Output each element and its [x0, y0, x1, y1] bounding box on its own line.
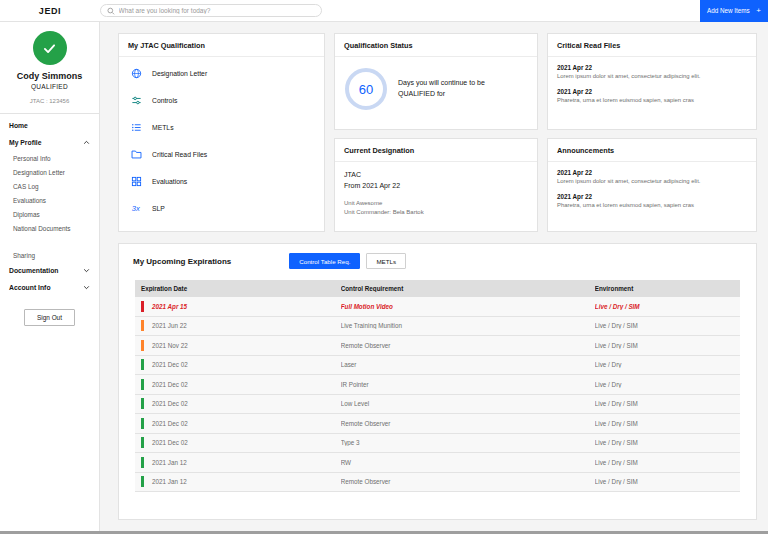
read-file-entry[interactable]: 2021 Apr 22 Pharetra, urna et lorem euis…	[557, 88, 747, 105]
jtac-qualification-card: My JTAC Qualification Designation Letter	[118, 33, 325, 232]
announcement-entry[interactable]: 2021 Apr 22 Lorem ipsum dolor sit amet, …	[557, 169, 747, 186]
entry-date: 2021 Apr 22	[557, 193, 747, 200]
expirations-tab[interactable]: METLs	[366, 253, 406, 269]
expiration-date: 2021 Dec 02	[152, 361, 188, 368]
qual-item-slp[interactable]: 3x SLP	[119, 195, 324, 222]
environment-cell: Live / Dry / SIM	[595, 303, 740, 310]
search-box[interactable]	[100, 4, 322, 17]
sidebar-subitem[interactable]: CAS Log	[0, 179, 99, 193]
table-row[interactable]: 2021 Dec 02 Low Level Live / Dry / SIM	[135, 395, 740, 415]
severity-indicator	[141, 320, 144, 331]
qual-item-label: Critical Read Files	[152, 151, 207, 158]
announcements-card: Announcements 2021 Apr 22 Lorem ipsum do…	[547, 138, 757, 232]
severity-indicator	[141, 301, 144, 312]
sidebar-item-sharing[interactable]: Sharing	[0, 248, 99, 262]
expiration-date: 2021 Dec 02	[152, 400, 188, 407]
sliders-icon	[131, 95, 142, 106]
environment-cell: Live / Dry / SIM	[595, 322, 740, 329]
sidebar-divider	[0, 113, 99, 114]
sidebar: Cody Simmons QUALIFIED JTAC : 123456 Hom…	[0, 22, 100, 531]
expirations-tab[interactable]: Control Table Req.	[289, 253, 360, 269]
sidebar-item-documentation[interactable]: Documentation	[0, 262, 99, 279]
sidebar-item-account-info[interactable]: Account Info	[0, 279, 99, 296]
expirations-title: My Upcoming Expirations	[133, 257, 231, 266]
folder-icon	[131, 149, 142, 160]
entry-text: Lorem ipsum dolor sit amet, consectetur …	[557, 73, 747, 81]
plus-icon: +	[756, 7, 761, 15]
expiration-date-cell: 2021 Dec 02	[135, 437, 341, 448]
chevron-up-icon	[83, 140, 90, 145]
expiration-date: 2021 Dec 02	[152, 381, 188, 388]
read-file-entry[interactable]: 2021 Apr 22 Lorem ipsum dolor sit amet, …	[557, 64, 747, 81]
entry-text: Lorem ipsum dolor sit amet, consectetur …	[557, 178, 747, 186]
add-new-items-button[interactable]: Add New Items +	[700, 0, 768, 22]
qual-item-designation-letter[interactable]: Designation Letter	[119, 60, 324, 87]
svg-text:3x: 3x	[132, 204, 140, 213]
sidebar-subitem[interactable]: National Documents	[0, 221, 99, 235]
slp-icon: 3x	[131, 203, 142, 214]
expiration-date-cell: 2021 Dec 02	[135, 359, 341, 370]
environment-cell: Live / Dry	[595, 361, 740, 368]
search-input[interactable]	[119, 7, 315, 14]
sidebar-item-label: Account Info	[9, 284, 51, 291]
table-row[interactable]: 2021 Jan 12 Remote Observer Live / Dry /…	[135, 473, 740, 493]
card-title: Current Designation	[335, 139, 537, 162]
sidebar-subitem[interactable]: Designation Letter	[0, 165, 99, 179]
table-row[interactable]: 2021 Jun 22 Live Training Munition Live …	[135, 317, 740, 337]
expiration-date: 2021 Dec 02	[152, 420, 188, 427]
expirations-table: Expiration Date Control Requirement Envi…	[135, 280, 740, 492]
qual-item-controls[interactable]: Controls	[119, 87, 324, 114]
qual-item-label: Evaluations	[152, 178, 187, 185]
sidebar-subitem[interactable]: Diplomas	[0, 207, 99, 221]
entry-date: 2021 Apr 22	[557, 64, 747, 71]
sidebar-item-label: My Profile	[9, 139, 41, 146]
expiration-date-cell: 2021 Dec 02	[135, 398, 341, 409]
qual-item-critical-read-files[interactable]: Critical Read Files	[119, 141, 324, 168]
environment-cell: Live / Dry / SIM	[595, 420, 740, 427]
designation-body: JTAC From 2021 Apr 22 Unit Awesome Unit …	[335, 162, 537, 225]
entry-date: 2021 Apr 22	[557, 169, 747, 176]
entry-date: 2021 Apr 22	[557, 88, 747, 95]
sidebar-item-home[interactable]: Home	[0, 117, 99, 134]
user-id: JTAC : 123456	[0, 98, 99, 104]
qual-item-evaluations[interactable]: Evaluations	[119, 168, 324, 195]
severity-indicator	[141, 457, 144, 468]
sidebar-item-label: Home	[9, 122, 28, 129]
control-requirement-cell: Live Training Munition	[341, 322, 595, 329]
table-row[interactable]: 2021 Dec 02 IR Pointer Live / Dry	[135, 375, 740, 395]
designation-unit: Unit Awesome	[344, 199, 528, 208]
qual-item-metls[interactable]: METLs	[119, 114, 324, 141]
table-row[interactable]: 2021 Dec 02 Laser Live / Dry	[135, 356, 740, 376]
expirations-card: My Upcoming Expirations Control Table Re…	[118, 243, 757, 520]
control-requirement-cell: Low Level	[341, 400, 595, 407]
table-row[interactable]: 2021 Dec 02 Type 3 Live / Dry / SIM	[135, 434, 740, 454]
sidebar-item-my-profile[interactable]: My Profile	[0, 134, 99, 151]
expiration-date: 2021 Apr 15	[152, 303, 187, 310]
designation-commander: Unit Commander: Bela Bartok	[344, 208, 528, 217]
globe-icon	[131, 68, 142, 79]
designation-name: JTAC	[344, 170, 528, 181]
table-header-row: Expiration Date Control Requirement Envi…	[135, 280, 740, 297]
expiration-date: 2021 Nov 22	[152, 342, 188, 349]
qual-item-label: Designation Letter	[152, 70, 207, 77]
top-bar: JEDI Add New Items +	[0, 0, 768, 22]
status-caption: Days you will continue to be QUALIFIED f…	[398, 78, 510, 100]
card-title: My JTAC Qualification	[119, 34, 324, 57]
announcement-entry[interactable]: 2021 Apr 22 Pharetra, urna et lorem euis…	[557, 193, 747, 210]
sidebar-subitem[interactable]: Evaluations	[0, 193, 99, 207]
list-icon	[131, 122, 142, 133]
expirations-header: My Upcoming Expirations Control Table Re…	[119, 244, 756, 276]
sidebar-subitem[interactable]: Personal Info	[0, 151, 99, 165]
table-row[interactable]: 2021 Nov 22 Remote Observer Live / Dry /…	[135, 336, 740, 356]
entry-text: Pharetra, urna et lorem euismod sapien, …	[557, 97, 747, 105]
expiration-date-cell: 2021 Apr 15	[135, 301, 341, 312]
main-content: My JTAC Qualification Designation Letter	[100, 22, 768, 531]
avatar	[33, 31, 67, 65]
table-row[interactable]: 2021 Dec 02 Remote Observer Live / Dry /…	[135, 414, 740, 434]
table-row[interactable]: 2021 Jan 12 RW Live / Dry / SIM	[135, 453, 740, 473]
sign-out-button[interactable]: Sign Out	[24, 309, 75, 326]
user-status: QUALIFIED	[0, 83, 99, 90]
expiration-date: 2021 Jun 22	[152, 322, 187, 329]
environment-cell: Live / Dry / SIM	[595, 342, 740, 349]
table-row[interactable]: 2021 Apr 15 Full Motion Video Live / Dry…	[135, 297, 740, 317]
